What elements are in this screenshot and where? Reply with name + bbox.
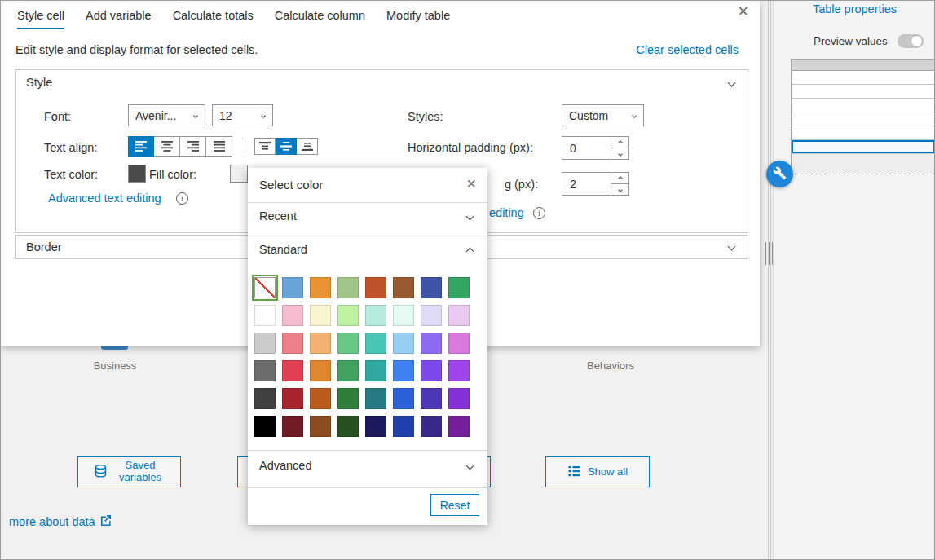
color-swatch[interactable] <box>393 416 414 437</box>
preview-table-row[interactable] <box>792 140 935 154</box>
color-swatch[interactable] <box>282 360 303 381</box>
color-swatch[interactable] <box>310 277 331 298</box>
chevron-down-icon[interactable] <box>728 79 736 87</box>
advanced-section-header[interactable]: Advanced <box>259 459 312 472</box>
color-swatch[interactable] <box>254 360 276 381</box>
color-swatch[interactable] <box>365 333 386 354</box>
horizontal-padding-stepper[interactable]: 0 <box>562 136 629 160</box>
preview-table-row[interactable] <box>792 112 935 126</box>
color-swatch[interactable] <box>393 305 414 326</box>
valign-top-button[interactable] <box>254 138 276 155</box>
vertical-padding-stepper[interactable]: 2 <box>562 172 629 196</box>
color-swatch[interactable] <box>282 305 303 326</box>
reset-button[interactable]: Reset <box>430 494 479 516</box>
color-swatch[interactable] <box>421 305 442 326</box>
table-tools-button[interactable] <box>766 161 793 187</box>
preview-table-row[interactable] <box>792 71 935 85</box>
stepper-up-button[interactable] <box>611 173 628 184</box>
color-swatch[interactable] <box>337 333 359 354</box>
tab-modify-table[interactable]: Modify table <box>386 9 450 29</box>
show-all-button[interactable]: Show all <box>545 456 650 487</box>
recent-section-header[interactable]: Recent <box>259 209 297 223</box>
color-swatch[interactable] <box>310 416 331 437</box>
advanced-editing-link-partial[interactable]: editing <box>489 206 524 219</box>
tab-style-cell[interactable]: Style cell <box>17 9 64 29</box>
color-swatch[interactable] <box>448 333 470 354</box>
tab-calculate-totals[interactable]: Calculate totals <box>173 9 254 29</box>
color-swatch[interactable] <box>421 360 442 381</box>
info-icon[interactable]: i <box>533 207 545 219</box>
tab-calculate-column[interactable]: Calculate column <box>275 9 365 29</box>
align-left-button[interactable] <box>128 136 154 157</box>
fill-color-swatch[interactable] <box>230 165 248 183</box>
stepper-down-button[interactable] <box>611 184 628 195</box>
popup-title: Select color <box>259 178 323 192</box>
color-swatch[interactable] <box>282 333 303 354</box>
info-icon[interactable]: i <box>176 192 188 205</box>
color-swatch[interactable] <box>448 305 470 326</box>
color-swatch[interactable] <box>365 277 386 298</box>
preview-table-row[interactable] <box>792 154 935 174</box>
color-swatch[interactable] <box>365 305 386 326</box>
color-swatch[interactable] <box>337 360 359 381</box>
no-color-swatch[interactable] <box>254 277 276 298</box>
color-swatch[interactable] <box>337 388 359 409</box>
color-swatch[interactable] <box>310 388 331 409</box>
font-family-select[interactable]: Avenir... <box>128 104 205 126</box>
font-size-select[interactable]: 12 <box>212 104 273 126</box>
styles-select[interactable]: Custom <box>562 104 644 126</box>
preview-table-row[interactable] <box>792 99 935 112</box>
more-about-data-link[interactable]: more about data <box>9 514 112 528</box>
preview-table-row[interactable] <box>792 126 935 140</box>
style-section-title: Style <box>26 76 52 89</box>
splitter-grip-handle[interactable] <box>765 242 773 265</box>
color-swatch[interactable] <box>421 388 442 409</box>
close-icon[interactable]: × <box>466 175 476 192</box>
color-swatch[interactable] <box>337 305 359 326</box>
color-swatch[interactable] <box>337 277 359 298</box>
saved-variables-button[interactable]: Saved variables <box>77 456 181 487</box>
stepper-up-button[interactable] <box>611 137 628 148</box>
color-swatch[interactable] <box>448 388 470 409</box>
color-swatch[interactable] <box>393 277 414 298</box>
color-swatch[interactable] <box>365 360 386 381</box>
preview-values-toggle[interactable] <box>898 34 924 48</box>
color-swatch[interactable] <box>310 360 331 381</box>
color-swatch[interactable] <box>310 305 331 326</box>
tab-add-variable[interactable]: Add variable <box>86 9 152 29</box>
text-color-swatch[interactable] <box>128 165 146 183</box>
valign-middle-button[interactable] <box>276 138 297 155</box>
align-justify-button[interactable] <box>206 136 232 157</box>
close-icon[interactable]: × <box>738 2 748 20</box>
color-swatch[interactable] <box>448 360 470 381</box>
color-swatch[interactable] <box>393 360 414 381</box>
align-right-button[interactable] <box>180 136 206 157</box>
clear-selected-cells-link[interactable]: Clear selected cells <box>636 43 739 56</box>
color-swatch[interactable] <box>254 333 276 354</box>
color-swatch[interactable] <box>254 305 276 326</box>
valign-bottom-button[interactable] <box>297 138 318 155</box>
standard-section-header[interactable]: Standard <box>259 243 307 256</box>
color-swatch[interactable] <box>365 416 386 437</box>
advanced-text-editing-link[interactable]: Advanced text editing <box>48 192 161 205</box>
font-size-value: 12 <box>219 109 232 122</box>
database-icon <box>93 464 108 481</box>
align-center-button[interactable] <box>154 136 180 157</box>
color-swatch[interactable] <box>254 416 276 437</box>
color-swatch[interactable] <box>448 416 470 437</box>
color-swatch[interactable] <box>282 388 303 409</box>
color-swatch[interactable] <box>337 416 359 437</box>
color-swatch[interactable] <box>393 333 414 354</box>
preview-table-row[interactable] <box>792 85 935 99</box>
color-swatch[interactable] <box>393 388 414 409</box>
color-swatch[interactable] <box>448 277 470 298</box>
color-swatch[interactable] <box>421 333 442 354</box>
color-swatch[interactable] <box>282 277 303 298</box>
color-swatch[interactable] <box>365 388 386 409</box>
color-swatch[interactable] <box>254 388 276 409</box>
color-swatch[interactable] <box>282 416 303 437</box>
color-swatch[interactable] <box>421 277 442 298</box>
stepper-down-button[interactable] <box>611 148 628 159</box>
color-swatch[interactable] <box>421 416 442 437</box>
color-swatch[interactable] <box>310 333 331 354</box>
